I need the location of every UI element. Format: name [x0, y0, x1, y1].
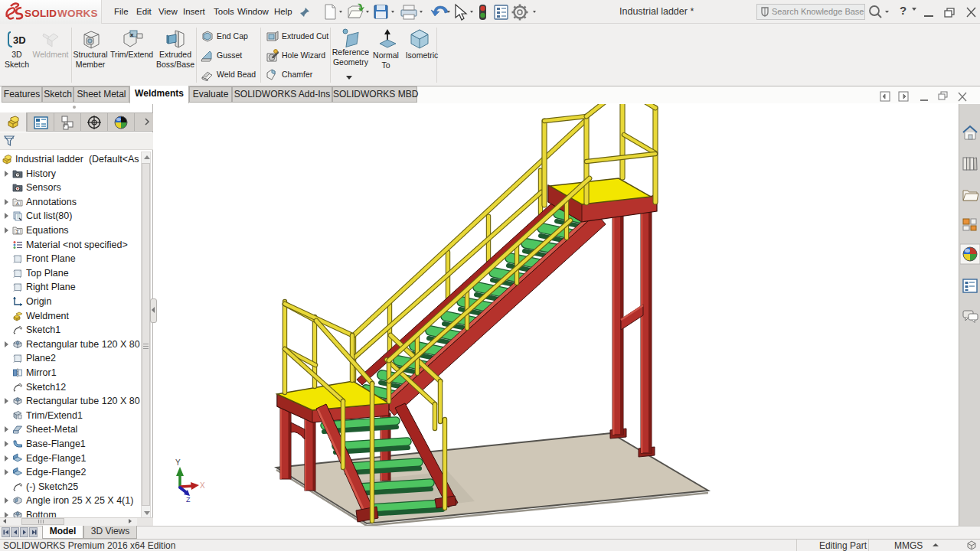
- svg-text:Y: Y: [175, 458, 181, 467]
- svg-text:Z: Z: [186, 496, 191, 504]
- svg-text:SOLID: SOLID: [24, 8, 57, 19]
- svg-text:A: A: [16, 201, 19, 205]
- svg-text:WORKS: WORKS: [57, 8, 98, 19]
- svg-text:3D: 3D: [13, 34, 26, 46]
- svg-text:X: X: [200, 481, 205, 490]
- svg-text:x: x: [130, 31, 134, 38]
- svg-text:Σ: Σ: [16, 230, 19, 234]
